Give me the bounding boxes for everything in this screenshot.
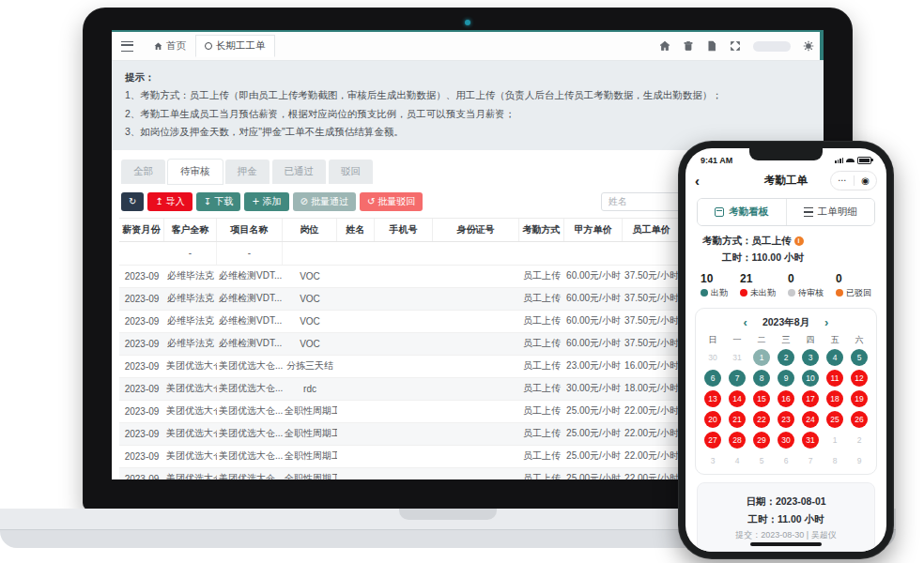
calendar-day[interactable]: 11 <box>823 369 847 388</box>
tab-home[interactable]: 首页 <box>145 35 195 57</box>
attendance-stats: 10出勤21未出勤0待审核0已驳回 <box>685 266 886 301</box>
calendar-day[interactable]: 23 <box>774 410 798 429</box>
calendar-day[interactable]: 14 <box>725 389 749 408</box>
cell: rdc <box>283 384 337 394</box>
calendar-day-number: 30 <box>704 349 721 366</box>
calendar-day-number: 11 <box>826 370 843 387</box>
calendar-day[interactable]: 3 <box>798 348 823 367</box>
calendar-day[interactable]: 6 <box>774 451 798 470</box>
calendar-day[interactable]: 21 <box>725 410 749 429</box>
calendar-day[interactable]: 13 <box>701 389 725 408</box>
settings-gear-icon[interactable] <box>803 40 814 52</box>
calendar-day[interactable]: 8 <box>749 369 774 388</box>
stat-value: 0 <box>836 272 842 285</box>
calendar-day[interactable]: 8 <box>823 451 847 470</box>
cell: VOC <box>283 316 337 327</box>
calendar-day[interactable]: 22 <box>749 410 774 429</box>
filter-tab-驳回[interactable]: 驳回 <box>329 160 373 184</box>
calendar-day[interactable]: 9 <box>847 451 871 470</box>
filter-tab-全部[interactable]: 全部 <box>121 160 165 184</box>
calendar-day[interactable]: 2 <box>774 348 798 367</box>
cell: 37.50元/小时 <box>623 269 681 282</box>
notice-lines: 1、考勤方式：员工上传（即由员工上传考勤截图，审核后生成出勤数据）、用工上传（负… <box>125 86 810 141</box>
chevron-left-icon[interactable]: ‹ <box>744 316 747 328</box>
document-icon[interactable] <box>706 40 717 52</box>
batch-reject-button[interactable]: ↺批量驳回 <box>360 192 423 211</box>
filter-tab-待审核[interactable]: 待审核 <box>168 160 223 184</box>
cell: 全职性周期工 <box>283 449 337 463</box>
cell: VOC <box>283 339 337 349</box>
cell: 30.00元/小时 <box>564 382 623 395</box>
detail-date-line: 日期：2023-08-01 <box>703 493 869 510</box>
cell: 美团优选大仓... <box>217 427 283 440</box>
fullscreen-icon[interactable] <box>730 40 741 52</box>
calendar-day[interactable]: 4 <box>725 451 749 470</box>
cell: 60.00元/小时 <box>564 314 623 327</box>
calendar-day[interactable]: 1 <box>749 348 774 367</box>
calendar-day[interactable]: 29 <box>749 431 774 449</box>
calendar-day[interactable]: 10 <box>798 369 823 388</box>
stat-已驳回: 0已驳回 <box>836 272 871 299</box>
calendar-day[interactable]: 26 <box>847 410 871 429</box>
batch-approve-button-label: 批量通过 <box>311 197 348 206</box>
tab-long-term-workorder[interactable]: 长期工工单 <box>195 35 275 57</box>
cell: 2023-09 <box>119 429 164 439</box>
stat-value: 21 <box>740 272 752 285</box>
calendar-icon <box>715 207 724 217</box>
chevron-right-icon[interactable]: › <box>824 316 828 328</box>
calendar-day[interactable]: 24 <box>798 410 823 429</box>
add-button[interactable]: +添加 <box>244 192 288 211</box>
calendar-day[interactable]: 20 <box>701 410 725 429</box>
calendar-day[interactable]: 31 <box>725 348 749 367</box>
info-icon[interactable]: i <box>794 236 804 246</box>
calendar-day[interactable]: 4 <box>823 348 847 367</box>
calendar-day[interactable]: 5 <box>847 348 871 367</box>
cell: 2023-09 <box>119 406 164 417</box>
cell: 美团优选大仓... <box>217 449 283 463</box>
calendar-day[interactable]: 9 <box>774 369 798 388</box>
calendar-day[interactable]: 17 <box>798 389 823 408</box>
calendar-day[interactable]: 6 <box>701 369 725 388</box>
home-icon[interactable] <box>659 40 670 52</box>
user-pill[interactable] <box>753 41 791 52</box>
calendar-day[interactable]: 19 <box>847 389 871 408</box>
calendar-day[interactable]: 1 <box>823 431 847 449</box>
detail-hours-value: 11.00 小时 <box>778 513 824 525</box>
download-button-label: 下载 <box>214 197 233 206</box>
more-dots-icon[interactable]: ⋯ <box>831 175 854 185</box>
settings-panel-strip[interactable] <box>820 32 824 60</box>
close-target-icon[interactable]: ◉ <box>855 175 876 186</box>
calendar-day[interactable]: 2 <box>847 431 871 449</box>
cell: 员工上传 <box>519 359 564 373</box>
calendar-day[interactable]: 16 <box>774 389 798 408</box>
download-button-icon: ↧ <box>204 197 211 206</box>
calendar-day[interactable]: 7 <box>798 451 823 470</box>
batch-approve-button[interactable]: ⊘批量通过 <box>293 192 356 211</box>
calendar-day[interactable]: 27 <box>701 431 725 449</box>
filter-tab-押金[interactable]: 押金 <box>225 160 270 184</box>
download-button[interactable]: ↧下载 <box>196 192 240 211</box>
calendar-day[interactable]: 31 <box>798 431 823 449</box>
trash-icon[interactable] <box>683 40 694 52</box>
calendar-day[interactable]: 15 <box>749 389 774 408</box>
phone-tab-工单明细[interactable]: 工单明细 <box>786 199 875 225</box>
phone-tab-考勤看板[interactable]: 考勤看板 <box>698 199 786 225</box>
calendar-day[interactable]: 25 <box>823 410 847 429</box>
calendar-month: 2023年8月 <box>762 316 809 329</box>
calendar-day[interactable]: 18 <box>823 389 847 408</box>
work-hours-line: 工时：110.00 小时 <box>702 250 886 266</box>
filter-tab-已通过[interactable]: 已通过 <box>272 160 327 184</box>
calendar-day[interactable]: 28 <box>725 431 749 449</box>
calendar-day-number: 22 <box>753 411 770 428</box>
calendar-day[interactable]: 30 <box>701 348 725 367</box>
calendar-day[interactable]: 12 <box>847 369 871 388</box>
calendar-day[interactable]: 30 <box>774 431 798 449</box>
refresh-button[interactable]: ↻ <box>121 192 144 211</box>
add-button-label: 添加 <box>263 197 282 206</box>
import-button[interactable]: ↥导入 <box>147 192 192 211</box>
stat-label-text: 待审核 <box>798 287 824 299</box>
calendar-day[interactable]: 7 <box>725 369 749 388</box>
calendar-day[interactable]: 5 <box>749 451 774 470</box>
calendar-day[interactable]: 3 <box>701 451 725 470</box>
menu-hamburger-icon[interactable] <box>121 41 133 52</box>
